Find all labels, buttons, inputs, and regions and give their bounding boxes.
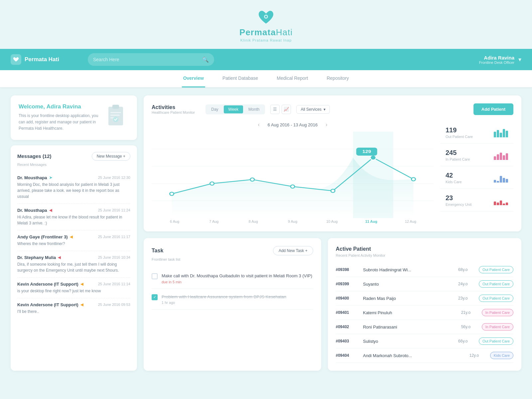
- tab-overview[interactable]: Overview: [182, 70, 205, 87]
- left-panel: Welcome, Adira Ravina This is your front…: [11, 95, 137, 371]
- activities-card: Activities Healthcare Patient Monitor Da…: [144, 95, 521, 231]
- svg-point-13: [170, 192, 174, 196]
- task-content: Make call with Dr. Mousthapa Guibadulin …: [162, 273, 313, 284]
- stat-bar: [506, 179, 508, 183]
- period-week-button[interactable]: Week: [224, 105, 243, 113]
- message-meta: Kevin Andersone (IT Support) ◀ 25 June 2…: [17, 302, 130, 307]
- chart-line-icon[interactable]: 📈: [282, 105, 291, 114]
- message-sender: Dr. Mousthapa ➤: [17, 175, 52, 180]
- brand-heart-icon: [13, 57, 19, 62]
- patient-id: #09402: [336, 325, 359, 329]
- service-filter[interactable]: All Services ▾: [296, 105, 330, 114]
- chart-label-7aug: 7 Aug: [194, 219, 233, 223]
- stat-bar: [494, 201, 496, 205]
- patient-age: 12y.o: [469, 353, 486, 358]
- stat-bar: [500, 153, 502, 160]
- message-item: Dr. Mousthapa ➤ 25 June 2016 12:30 Morni…: [17, 171, 130, 204]
- header-brand: Permata Hati: [11, 54, 77, 65]
- chart-label-12aug: 12 Aug: [391, 219, 430, 223]
- task-checkbox-checked[interactable]: [152, 294, 158, 300]
- welcome-greeting: Welcome, Adira Ravina: [19, 103, 100, 110]
- patient-status-badge: Out Patient Care: [479, 266, 513, 273]
- patient-name: Roni Patinarasani: [363, 325, 457, 330]
- svg-point-17: [331, 189, 335, 193]
- search-input[interactable]: [93, 57, 202, 62]
- message-item: Kevin Andersone (IT Support) ◀ 25 June 2…: [17, 298, 130, 319]
- message-time: 25 June 2016 11:24: [98, 208, 130, 212]
- logo-area: PermataHati Klinik Pratama Rawat Inap: [0, 0, 532, 49]
- message-meta: Andy Gaye (Frontliner 3) ◀ 25 June 2016 …: [17, 234, 130, 239]
- user-info: Adira Ravina Frontline Desk Officer: [479, 55, 514, 65]
- bottom-panels: Task Add New Task + Frontliner task list…: [144, 238, 521, 371]
- svg-rect-2: [108, 107, 123, 125]
- stat-info: 119 Out Patient Care: [446, 126, 473, 139]
- svg-point-14: [210, 182, 214, 185]
- patient-id: #09403: [336, 339, 359, 343]
- patient-status-badge: Out Patient Care: [479, 280, 513, 288]
- user-role: Frontline Desk Officer: [479, 61, 514, 65]
- stat-out-patient: 119 Out Patient Care: [440, 122, 513, 144]
- patient-id: #09398: [336, 267, 359, 272]
- messages-title: Messages (12): [17, 153, 52, 159]
- message-sender: Kevin Andersone (IT Support) ◀: [17, 282, 83, 287]
- patient-id: #09404: [336, 353, 359, 358]
- task-content: Problem with Healtcare Assurance system …: [162, 294, 313, 305]
- period-day-button[interactable]: Day: [206, 105, 223, 113]
- stat-bar: [494, 180, 496, 183]
- message-meta: Dr. Stephany Mulia ◀ 25 June 2016 10:34: [17, 255, 130, 260]
- stat-number: 245: [446, 149, 470, 157]
- tab-medical-report[interactable]: Medical Report: [275, 70, 309, 87]
- task-checkbox[interactable]: [152, 273, 158, 279]
- message-text: Hi Adira, please let me know if the bloo…: [17, 214, 130, 226]
- patient-name: Raden Mas Paijo: [363, 296, 454, 301]
- task-subtitle: Frontliner task list: [152, 257, 313, 261]
- stat-bar: [503, 129, 505, 137]
- svg-rect-5: [110, 115, 120, 116]
- message-item: Dr. Stephany Mulia ◀ 25 June 2016 10:34 …: [17, 251, 130, 278]
- stat-bar: [506, 131, 508, 137]
- logo-title: PermataHati: [239, 27, 293, 38]
- user-dropdown-arrow[interactable]: ▾: [518, 56, 521, 63]
- chart-next-arrow[interactable]: ›: [326, 122, 327, 128]
- service-chevron-down-icon: ▾: [324, 107, 326, 112]
- stat-label: Kids Care: [446, 180, 462, 184]
- sender-in-arrow: ◀: [58, 255, 61, 260]
- patient-name: Suyanto: [363, 282, 454, 287]
- task-item: Problem with Healtcare Assurance system …: [152, 289, 313, 310]
- period-month-button[interactable]: Month: [244, 105, 264, 113]
- message-item: Dr. Mousthapa ◀ 25 June 2016 11:24 Hi Ad…: [17, 204, 130, 230]
- patient-name: Sulistyo: [363, 339, 454, 344]
- svg-rect-4: [110, 112, 121, 113]
- svg-rect-3: [112, 105, 119, 109]
- search-icon: 🔍: [202, 57, 209, 63]
- line-chart: 129: [152, 132, 434, 218]
- message-meta: Kevin Andersone (IT Support) ◀ 25 June 2…: [17, 282, 130, 287]
- message-sender: Andy Gaye (Frontliner 3) ◀: [17, 234, 72, 239]
- svg-point-16: [291, 185, 295, 188]
- activities-header: Activities Healthcare Patient Monitor Da…: [152, 103, 513, 115]
- tab-repository[interactable]: Repository: [325, 70, 350, 87]
- stat-bar: [500, 176, 502, 183]
- active-patient-subtitle: Recent Patient Activity Monitor: [336, 253, 513, 257]
- activities-title: Activities: [152, 104, 195, 110]
- sender-in-arrow: ◀: [49, 208, 52, 212]
- stat-number: 23: [446, 194, 471, 202]
- chart-date-range: 6 Aug 2016 - 13 Aug 2016: [268, 122, 318, 127]
- patient-age: 68y.o: [458, 267, 475, 272]
- chart-list-icon[interactable]: ☰: [270, 105, 280, 114]
- chart-container: ‹ 6 Aug 2016 - 13 Aug 2016 ›: [152, 122, 513, 223]
- svg-text:129: 129: [362, 149, 371, 154]
- stat-bar-chart: [494, 196, 508, 205]
- stat-bar-chart: [494, 151, 508, 160]
- message-text: I'll be there..: [17, 309, 130, 315]
- logo-subtitle: Klinik Pratama Rawat Inap: [240, 38, 292, 42]
- new-message-button[interactable]: New Message +: [92, 152, 130, 161]
- svg-point-7: [113, 117, 118, 122]
- chart-label-11aug: 11 Aug: [351, 219, 391, 223]
- add-patient-button[interactable]: Add Patient: [473, 103, 513, 115]
- search-bar[interactable]: 🔍: [88, 53, 214, 66]
- tab-patient-database[interactable]: Patient Database: [221, 70, 259, 87]
- chart-prev-arrow[interactable]: ‹: [258, 122, 259, 128]
- add-task-button[interactable]: Add New Task +: [273, 246, 313, 255]
- patient-status-badge: In Patient Care: [482, 323, 513, 331]
